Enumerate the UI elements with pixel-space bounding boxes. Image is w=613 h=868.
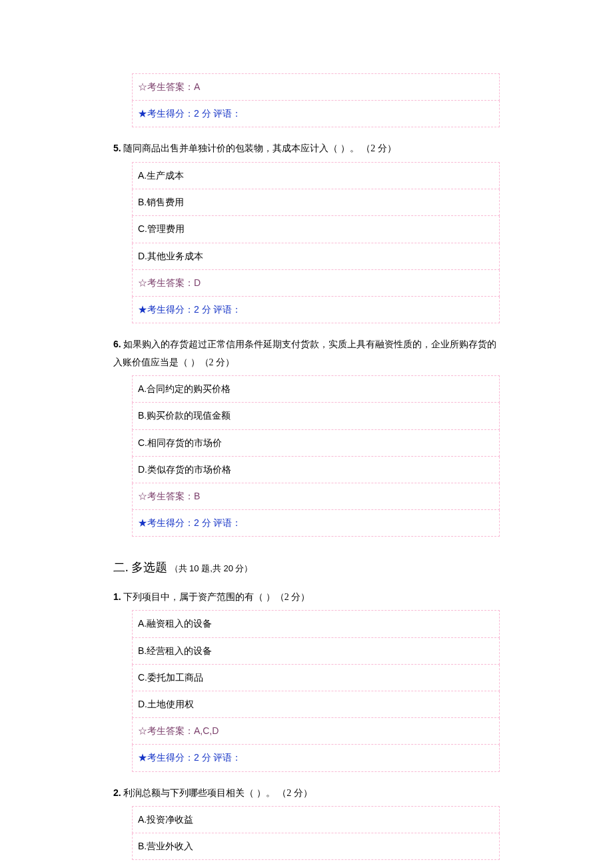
comment-label: 评语： xyxy=(213,305,241,315)
question-4-table: ☆考生答案：A ★考生得分：2 分 评语： xyxy=(132,73,500,127)
question-text: 1. 下列项目中，属于资产范围的有（ ）（2 分） xyxy=(113,585,500,611)
score-label: ★考生得分： xyxy=(138,109,194,119)
option-d: D.土地使用权 xyxy=(133,691,500,717)
answer-row: ☆考生答案：D xyxy=(133,269,500,296)
multi-question-1: 1. 下列项目中，属于资产范围的有（ ）（2 分） A.融资租入的设备 B.经营… xyxy=(113,585,500,772)
score-label: ★考生得分： xyxy=(138,518,194,528)
option-b: B.营业外收入 xyxy=(133,833,500,860)
answer-value: A xyxy=(194,81,200,92)
answer-label: ☆考生答案： xyxy=(138,491,194,501)
question-body: 利润总额与下列哪些项目相关（ ）。 （2 分） xyxy=(123,788,312,798)
option-c: C.委托加工商品 xyxy=(133,664,500,691)
question-body: 下列项目中，属于资产范围的有（ ）（2 分） xyxy=(123,592,310,602)
option-c: C.相同存货的市场价 xyxy=(133,429,500,456)
option-a: A.投资净收益 xyxy=(133,807,500,833)
question-body: 随同商品出售并单独计价的包装物，其成本应计入（ ）。 （2 分） xyxy=(123,143,396,153)
score-value: 2 分 xyxy=(194,108,211,119)
score-row: ★考生得分：2 分 评语： xyxy=(133,510,500,537)
answer-value: D xyxy=(194,277,201,288)
score-label: ★考生得分： xyxy=(138,305,194,315)
score-row: ★考生得分：2 分 评语： xyxy=(133,296,500,323)
score-label: ★考生得分： xyxy=(138,753,194,763)
multi-question-2-table: A.投资净收益 B.营业外收入 xyxy=(132,806,500,860)
section-subtitle: （共 10 题,共 20 分） xyxy=(170,563,253,573)
question-6: 6. 如果购入的存货超过正常信用条件延期支付货款，实质上具有融资性质的，企业所购… xyxy=(113,333,500,537)
question-text: 2. 利润总额与下列哪些项目相关（ ）。 （2 分） xyxy=(113,781,500,807)
question-4-tail: ☆考生答案：A ★考生得分：2 分 评语： xyxy=(113,73,500,127)
answer-value: B xyxy=(194,491,200,501)
question-number: 6. xyxy=(113,339,121,349)
answer-row: ☆考生答案：B xyxy=(133,483,500,510)
question-text: 5. 随同商品出售并单独计价的包装物，其成本应计入（ ）。 （2 分） xyxy=(113,137,500,162)
answer-label: ☆考生答案： xyxy=(138,278,194,288)
option-c: C.管理费用 xyxy=(133,216,500,243)
option-a: A.生产成本 xyxy=(133,162,500,189)
score-row: ★考生得分：2 分 评语： xyxy=(133,745,500,771)
multi-question-1-table: A.融资租入的设备 B.经营租入的设备 C.委托加工商品 D.土地使用权 ☆考生… xyxy=(132,610,500,771)
answer-row: ☆考生答案：A,C,D xyxy=(133,718,500,745)
question-number: 5. xyxy=(113,143,121,153)
option-b: B.购买价款的现值金额 xyxy=(133,403,500,429)
option-d: D.类似存货的市场价格 xyxy=(133,456,500,483)
question-text: 6. 如果购入的存货超过正常信用条件延期支付货款，实质上具有融资性质的，企业所购… xyxy=(113,333,500,375)
multi-question-2: 2. 利润总额与下列哪些项目相关（ ）。 （2 分） A.投资净收益 B.营业外… xyxy=(113,781,500,861)
section-2-heading: 二. 多选题 （共 10 题,共 20 分） xyxy=(113,546,500,585)
score-value: 2 分 xyxy=(194,304,211,315)
question-5: 5. 随同商品出售并单独计价的包装物，其成本应计入（ ）。 （2 分） A.生产… xyxy=(113,137,500,323)
option-b: B.经营租入的设备 xyxy=(133,637,500,664)
score-row: ★考生得分：2 分 评语： xyxy=(133,101,500,127)
section-title: 二. 多选题 xyxy=(113,561,167,574)
answer-label: ☆考生答案： xyxy=(138,82,194,92)
score-value: 2 分 xyxy=(194,752,211,763)
score-value: 2 分 xyxy=(194,517,211,528)
comment-label: 评语： xyxy=(213,518,241,528)
comment-label: 评语： xyxy=(213,109,241,119)
option-a: A.合同约定的购买价格 xyxy=(133,376,500,403)
option-d: D.其他业务成本 xyxy=(133,243,500,269)
question-number: 2. xyxy=(113,787,121,798)
answer-row: ☆考生答案：A xyxy=(133,74,500,101)
question-6-table: A.合同约定的购买价格 B.购买价款的现值金额 C.相同存货的市场价 D.类似存… xyxy=(132,375,500,537)
question-number: 1. xyxy=(113,591,121,602)
answer-value: A,C,D xyxy=(194,725,219,736)
comment-label: 评语： xyxy=(213,753,241,763)
question-body: 如果购入的存货超过正常信用条件延期支付货款，实质上具有融资性质的，企业所购存货的… xyxy=(113,339,496,367)
answer-label: ☆考生答案： xyxy=(138,726,194,736)
option-a: A.融资租入的设备 xyxy=(133,611,500,637)
question-5-table: A.生产成本 B.销售费用 C.管理费用 D.其他业务成本 ☆考生答案：D ★考… xyxy=(132,162,500,323)
option-b: B.销售费用 xyxy=(133,189,500,216)
